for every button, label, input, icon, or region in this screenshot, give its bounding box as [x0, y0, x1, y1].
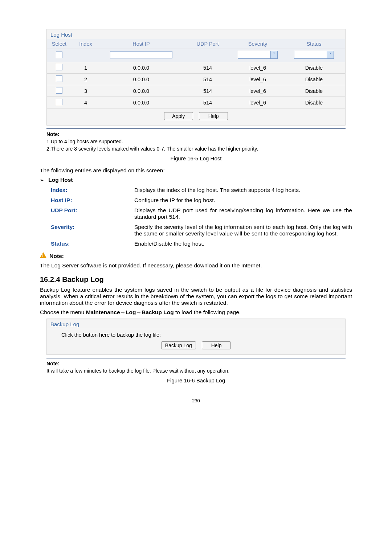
- col-udp: UDP Port: [183, 39, 233, 49]
- table-row: 3 0.0.0.0 514 level_6 Disable: [47, 85, 345, 97]
- apply-button[interactable]: Apply: [164, 112, 193, 120]
- def-status: Status: Enable/Disable the log host.: [40, 241, 352, 247]
- col-index: Index: [72, 39, 100, 49]
- def-label: Status:: [40, 241, 134, 247]
- chevron-down-icon: ˅: [327, 51, 334, 58]
- paragraph: Choose the menu Maintenance→Log→Backup L…: [40, 309, 352, 316]
- note-heading: Note:: [40, 131, 352, 138]
- def-desc: Enable/Disable the log host.: [134, 241, 352, 247]
- paragraph: Backup Log feature enables the system lo…: [40, 287, 352, 306]
- loghost-heading: ➢ Log Host: [40, 177, 352, 183]
- note-line: 1.Up to 4 log hosts are supported.: [40, 138, 352, 145]
- backup-log-button[interactable]: Backup Log: [161, 341, 196, 349]
- def-hostip: Host IP: Configure the IP for the log ho…: [40, 197, 352, 204]
- def-label: UDP Port:: [40, 207, 134, 220]
- warning-icon: [40, 252, 46, 258]
- def-desc: Displays the UDP port used for receiving…: [134, 207, 352, 220]
- divider: [46, 358, 346, 358]
- hostip-input[interactable]: [110, 51, 172, 58]
- note-text: The Log Server software is not provided.…: [40, 262, 352, 269]
- def-index: Index: Displays the index of the log hos…: [40, 187, 352, 193]
- backup-log-panel: Backup Log Click the button here to back…: [46, 319, 346, 355]
- col-status: Status: [283, 39, 345, 49]
- table-row: 1 0.0.0.0 514 level_6 Disable: [47, 62, 345, 74]
- severity-select[interactable]: ˅: [238, 51, 278, 59]
- chevron-right-icon: ➢: [40, 177, 44, 183]
- lead-text: The following entries are displayed on t…: [40, 167, 352, 174]
- def-label: Host IP:: [40, 197, 134, 204]
- log-host-table: Select Index Host IP UDP Port Severity S…: [47, 39, 345, 108]
- row-checkbox[interactable]: [56, 87, 62, 94]
- row-checkbox[interactable]: [56, 75, 62, 82]
- help-button[interactable]: Help: [202, 341, 231, 349]
- figure-caption: Figure 16-6 Backup Log: [40, 374, 352, 386]
- panel-title: Backup Log: [47, 319, 345, 329]
- row-checkbox[interactable]: [56, 64, 62, 70]
- def-desc: Configure the IP for the log host.: [134, 197, 352, 204]
- def-severity: Severity: Specify the severity level of …: [40, 224, 352, 237]
- select-all-checkbox[interactable]: [56, 52, 62, 58]
- chevron-down-icon: ˅: [270, 51, 277, 58]
- note-heading: Note:: [49, 253, 64, 259]
- col-select: Select: [47, 39, 72, 49]
- help-button[interactable]: Help: [199, 112, 228, 120]
- page-number: 230: [40, 398, 352, 403]
- def-desc: Displays the index of the log host. The …: [134, 187, 352, 193]
- divider: [46, 128, 346, 129]
- panel-title: Log Host: [47, 29, 345, 39]
- figure-caption: Figure 16-5 Log Host: [40, 152, 352, 164]
- section-heading: 16.2.4 Backup Log: [40, 275, 352, 284]
- row-checkbox[interactable]: [56, 99, 62, 105]
- def-label: Index:: [40, 187, 134, 193]
- def-desc: Specify the severity level of the log in…: [134, 224, 352, 237]
- note-heading: Note:: [40, 360, 352, 367]
- note-line: 2.There are 8 severity levels marked wit…: [40, 145, 352, 152]
- def-udp: UDP Port: Displays the UDP port used for…: [40, 207, 352, 220]
- col-severity: Severity: [233, 39, 283, 49]
- backup-instruction: Click the button here to backup the log …: [47, 329, 345, 338]
- log-host-panel: Log Host Select Index Host IP UDP Port S…: [46, 29, 346, 126]
- status-select[interactable]: ˅: [294, 51, 334, 59]
- table-row: 4 0.0.0.0 514 level_6 Disable: [47, 97, 345, 108]
- note-text: It will take a few minutes to backup the…: [40, 367, 352, 374]
- def-label: Severity:: [40, 224, 134, 237]
- table-row: 2 0.0.0.0 514 level_6 Disable: [47, 74, 345, 85]
- col-hostip: Host IP: [100, 39, 183, 49]
